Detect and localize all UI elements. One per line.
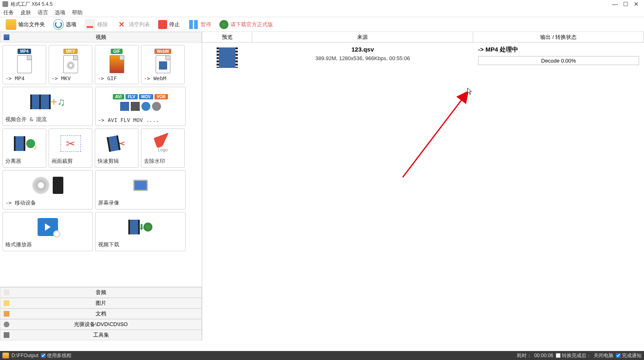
preview-cell bbox=[202, 46, 252, 68]
pause-icon bbox=[188, 19, 199, 30]
tile-crop-label: 画面裁剪 bbox=[51, 158, 89, 165]
task-row[interactable]: 123.qsv 389.92M, 1280x536, 966Kbps, 00:5… bbox=[202, 43, 644, 71]
tile-download-label: 视频下载 bbox=[98, 241, 183, 248]
status-cell: -> MP4 处理中 Decode 0.00% bbox=[473, 46, 644, 68]
pause-label: 暂停 bbox=[201, 21, 211, 28]
progress-bar: Decode 0.00% bbox=[478, 56, 639, 65]
tile-download[interactable]: ⬇ 视频下载 bbox=[95, 212, 186, 251]
menu-skin[interactable]: 皮肤 bbox=[20, 9, 31, 16]
category-list: 音频 图片 文档 光驱设备\DVD\CD\ISO 工具集 bbox=[0, 287, 202, 340]
section-video[interactable]: 视频 bbox=[0, 32, 202, 43]
video-section-icon bbox=[4, 34, 9, 40]
section-tools[interactable]: 工具集 bbox=[0, 330, 202, 340]
download-link[interactable]: 请下载官方正式版 bbox=[217, 18, 275, 31]
section-video-label: 视频 bbox=[96, 34, 106, 41]
menu-options[interactable]: 选项 bbox=[55, 9, 65, 16]
stop-button[interactable]: 停止 bbox=[156, 18, 182, 31]
tile-separator-label: 分离器 bbox=[5, 158, 43, 165]
section-audio-label: 音频 bbox=[96, 289, 106, 296]
elapsed-label: 耗时： bbox=[517, 352, 532, 359]
tile-watermark[interactable]: Logo 去除水印 bbox=[141, 128, 185, 168]
menu-language[interactable]: 语言 bbox=[38, 9, 48, 16]
source-info: 389.92M, 1280x536, 966Kbps, 00:55:06 bbox=[252, 55, 473, 61]
tile-mkv-label: -> MKV bbox=[51, 75, 89, 81]
tile-mp4[interactable]: MP4 -> MP4 bbox=[2, 45, 46, 84]
section-image[interactable]: 图片 bbox=[0, 298, 202, 308]
tile-separator[interactable]: ♪ 分离器 bbox=[2, 128, 46, 168]
maximize-button[interactable]: ☐ bbox=[620, 0, 631, 8]
status-bar: D:\FFOutput 使用多线程 耗时： 00:00:06 转换完成后： 关闭… bbox=[0, 351, 644, 360]
section-disc[interactable]: 光驱设备\DVD\CD\ISO bbox=[0, 319, 202, 330]
tile-screenrec[interactable]: 屏幕录像 bbox=[95, 170, 186, 209]
stop-icon bbox=[158, 20, 167, 29]
image-section-icon bbox=[4, 300, 9, 306]
doc-section-icon bbox=[4, 311, 9, 317]
tile-avi-label: -> AVI FLV MOV .... bbox=[98, 117, 183, 123]
folder-icon bbox=[6, 19, 16, 30]
minimize-button[interactable]: — bbox=[610, 0, 620, 8]
tiles-container: MP4 -> MP4 MKV -> MKV GIF -> GIF WebM ->… bbox=[0, 43, 202, 287]
output-path[interactable]: D:\FFOutput bbox=[11, 353, 38, 358]
sidebar: 视频 MP4 -> MP4 MKV -> MKV GIF -> GIF WebM bbox=[0, 32, 202, 340]
remove-label: 移除 bbox=[97, 21, 108, 28]
cursor-icon bbox=[467, 88, 473, 96]
tile-player[interactable]: 格式播放器 bbox=[2, 212, 93, 251]
tile-mobile-label: -> 移动设备 bbox=[5, 199, 90, 207]
tile-watermark-label: 去除水印 bbox=[144, 158, 182, 165]
download-link-label: 请下载官方正式版 bbox=[230, 21, 273, 28]
film-icon bbox=[217, 47, 238, 68]
elapsed-time: 00:00:06 bbox=[534, 353, 553, 358]
section-document-label: 文档 bbox=[96, 310, 106, 317]
notify-checkbox[interactable]: 完成通知 bbox=[616, 352, 642, 359]
shutdown-option[interactable]: 关闭电脑 bbox=[594, 352, 613, 359]
clear-icon bbox=[116, 19, 127, 30]
output-folder-button[interactable]: 输出文件夹 bbox=[3, 18, 47, 31]
task-panel: 预览 来源 输出 / 转换状态 123.qsv 389.92M, 1280x53… bbox=[202, 32, 644, 340]
multithread-checkbox[interactable]: 使用多线程 bbox=[41, 352, 72, 359]
tile-merge[interactable]: +♫ 视频合并 & 混流 bbox=[2, 87, 93, 126]
target-format: -> MP4 处理中 bbox=[478, 46, 639, 54]
remove-icon bbox=[85, 19, 95, 30]
list-header: 预览 来源 输出 / 转换状态 bbox=[202, 32, 644, 43]
section-document[interactable]: 文档 bbox=[0, 308, 202, 319]
section-tools-label: 工具集 bbox=[93, 331, 109, 339]
statusbar-folder-icon[interactable] bbox=[2, 353, 9, 358]
tool-section-icon bbox=[4, 332, 9, 338]
tile-avi-etc[interactable]: AVIFLVMOVVOB -> AVI FLV MOV .... bbox=[95, 87, 186, 126]
disc-section-icon bbox=[4, 322, 9, 327]
logo-text: Logo bbox=[158, 147, 168, 152]
window-title: 格式工厂 X64 5.4.5 bbox=[11, 1, 610, 8]
annotation-arrow bbox=[402, 88, 472, 178]
tile-webm[interactable]: WebM -> WebM bbox=[141, 45, 185, 84]
section-audio[interactable]: 音频 bbox=[0, 287, 202, 298]
stop-label: 停止 bbox=[169, 21, 180, 28]
output-folder-label: 输出文件夹 bbox=[18, 21, 45, 28]
tile-merge-label: 视频合并 & 混流 bbox=[5, 116, 90, 123]
pause-button[interactable]: 暂停 bbox=[186, 18, 214, 31]
clear-list-button[interactable]: 清空列表 bbox=[114, 18, 152, 31]
tile-crop[interactable]: ✂ 画面裁剪 bbox=[49, 128, 92, 168]
tile-gif-label: -> GIF bbox=[98, 75, 136, 81]
close-button[interactable]: ✕ bbox=[631, 0, 642, 8]
options-button[interactable]: 选项 bbox=[51, 18, 79, 31]
section-image-label: 图片 bbox=[96, 299, 106, 307]
remove-button[interactable]: 移除 bbox=[82, 18, 110, 31]
after-complete-checkbox[interactable]: 转换完成后： bbox=[556, 352, 591, 359]
col-status[interactable]: 输出 / 转换状态 bbox=[473, 32, 644, 42]
main-area: 视频 MP4 -> MP4 MKV -> MKV GIF -> GIF WebM bbox=[0, 32, 644, 340]
title-bar: 格式工厂 X64 5.4.5 — ☐ ✕ bbox=[0, 0, 644, 8]
tile-quickcut[interactable]: ✂ 快速剪辑 bbox=[95, 128, 139, 168]
menu-task[interactable]: 任务 bbox=[3, 9, 14, 16]
tile-mkv[interactable]: MKV -> MKV bbox=[49, 45, 92, 84]
toolbar: 输出文件夹 选项 移除 清空列表 停止 暂停 请下载官方正式版 bbox=[0, 17, 644, 32]
menu-help[interactable]: 帮助 bbox=[72, 9, 83, 16]
col-preview[interactable]: 预览 bbox=[202, 32, 252, 42]
section-disc-label: 光驱设备\DVD\CD\ISO bbox=[74, 321, 127, 328]
svg-line-0 bbox=[402, 92, 468, 178]
options-label: 选项 bbox=[66, 21, 76, 28]
globe-icon bbox=[219, 20, 228, 29]
tile-gif[interactable]: GIF -> GIF bbox=[95, 45, 139, 84]
tile-mobile[interactable]: -> 移动设备 bbox=[2, 170, 93, 209]
col-source[interactable]: 来源 bbox=[252, 32, 473, 42]
tile-mp4-label: -> MP4 bbox=[5, 75, 43, 81]
